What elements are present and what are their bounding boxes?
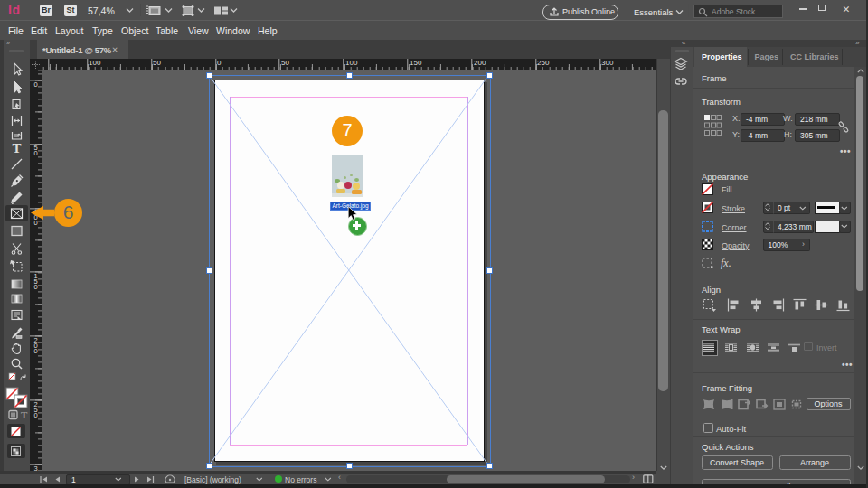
svg-text:T: T — [21, 409, 28, 420]
